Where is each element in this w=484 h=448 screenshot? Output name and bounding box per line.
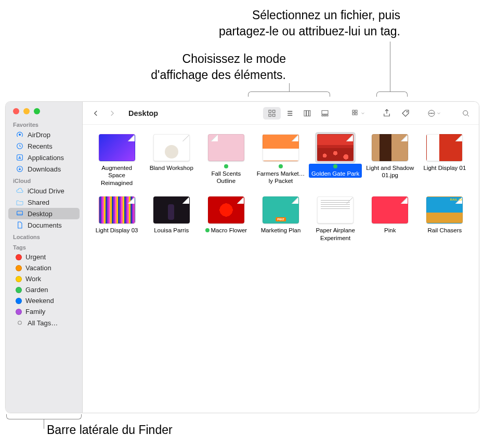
sidebar-item-documents[interactable]: Documents [8, 219, 80, 231]
view-list-button[interactable] [281, 107, 298, 120]
svg-point-28 [463, 110, 468, 115]
file-item[interactable]: Fall Scents Outline [199, 134, 253, 187]
sidebar-tag-item[interactable]: Family [8, 306, 80, 317]
file-label: Augmented Space Reimagined [90, 164, 143, 187]
file-tag-icon [224, 164, 228, 168]
sidebar-tag-item[interactable]: Vacation [8, 262, 80, 273]
file-thumbnail [426, 196, 463, 223]
group-by-button[interactable] [348, 107, 369, 120]
file-item[interactable]: Rail Chasers [418, 196, 472, 242]
sidebar-item-shared[interactable]: Shared [8, 196, 80, 208]
file-item[interactable]: Paper Airplane Experiment [309, 196, 362, 242]
file-item[interactable]: Farmers Market…ly Packet [254, 134, 307, 187]
sidebar-item-airdrop[interactable]: AirDrop [8, 129, 80, 140]
sidebar-item-label: Desktop [28, 210, 53, 218]
callout-line [289, 83, 290, 91]
file-thumbnail [263, 196, 299, 223]
file-label: Rail Chasers [426, 226, 464, 234]
file-item[interactable]: Marketing Plan [254, 196, 307, 242]
sidebar-item-downloads[interactable]: Downloads [8, 163, 80, 175]
all-tags-icon [16, 319, 24, 327]
sidebar-item-label: Weekend [25, 297, 54, 305]
file-label: Bland Workshop [148, 164, 195, 172]
sidebar-item-label: Applications [28, 154, 64, 162]
sidebar-item-all-tags[interactable]: All Tags… [8, 317, 80, 328]
file-item[interactable]: Light Display 01 [418, 134, 472, 187]
file-grid: Augmented Space Reimagined Bland Worksho… [83, 125, 479, 413]
close-window-button[interactable] [13, 108, 19, 114]
file-thumbnail [153, 196, 190, 223]
search-button[interactable] [458, 107, 474, 120]
sidebar-item-label: Shared [28, 199, 49, 206]
file-thumbnail [372, 196, 408, 223]
cloud-icon [16, 187, 24, 195]
file-label: Louisa Parris [152, 226, 191, 234]
sidebar-item-label: Garden [25, 286, 48, 294]
file-label: Golden Gate Park [309, 164, 362, 178]
svg-rect-8 [269, 110, 271, 113]
file-item[interactable]: Golden Gate Park [309, 134, 362, 187]
document-icon [16, 221, 24, 229]
file-item[interactable]: Bland Workshop [145, 134, 198, 187]
view-gallery-button[interactable] [316, 107, 334, 120]
svg-rect-6 [17, 214, 23, 215]
file-tag-icon [333, 164, 337, 168]
sidebar-tag-item[interactable]: Urgent [8, 252, 80, 262]
sidebar-tag-item[interactable]: Garden [8, 284, 80, 295]
view-icon-button[interactable] [263, 107, 281, 120]
tag-button[interactable] [398, 107, 413, 120]
file-label: Farmers Market…ly Packet [254, 164, 307, 186]
shared-folder-icon [16, 198, 24, 206]
file-label: Macro Flower [203, 226, 250, 234]
file-item[interactable]: Pink [363, 196, 417, 242]
more-actions-button[interactable] [424, 107, 444, 120]
share-button[interactable] [379, 107, 395, 120]
svg-rect-11 [273, 114, 276, 116]
sidebar: Favorites AirDrop Recents A Applications… [6, 102, 83, 413]
callout-bracket [248, 91, 330, 97]
sidebar-item-label: Work [25, 275, 41, 283]
file-label: Light Display 01 [422, 164, 468, 172]
file-item[interactable]: Louisa Parris [145, 196, 198, 242]
file-item[interactable]: Light and Shadow 01.jpg [363, 134, 417, 187]
file-item[interactable]: Light Display 03 [90, 196, 143, 242]
annotation-sidebar: Barre latérale du Finder [47, 422, 173, 438]
svg-point-7 [18, 321, 22, 325]
sidebar-tag-item[interactable]: Work [8, 273, 80, 284]
forward-button[interactable] [104, 107, 120, 120]
sidebar-item-recents[interactable]: Recents [8, 140, 80, 152]
svg-point-23 [407, 111, 408, 112]
sidebar-item-desktop[interactable]: Desktop [8, 208, 80, 219]
file-thumbnail [99, 196, 135, 223]
back-button[interactable] [88, 107, 103, 120]
toolbar: Desktop [83, 102, 479, 125]
svg-rect-18 [326, 115, 328, 116]
sidebar-item-applications[interactable]: A Applications [8, 152, 80, 163]
svg-point-25 [429, 113, 430, 114]
sidebar-section-favorites: Favorites [6, 118, 82, 129]
file-thumbnail [208, 196, 244, 223]
sidebar-item-label: Family [25, 308, 45, 315]
sidebar-tag-item[interactable]: Weekend [8, 295, 80, 306]
desktop-icon [16, 209, 24, 218]
minimize-window-button[interactable] [23, 108, 30, 114]
zoom-window-button[interactable] [34, 108, 40, 114]
sidebar-item-label: Documents [28, 221, 62, 229]
file-item[interactable]: Augmented Space Reimagined [90, 134, 143, 187]
svg-rect-20 [355, 110, 357, 112]
sidebar-section-locations: Locations [6, 231, 82, 241]
file-thumbnail [317, 196, 354, 223]
view-mode-segment [263, 107, 334, 120]
sidebar-item-icloud-drive[interactable]: iCloud Drive [8, 185, 80, 196]
svg-point-0 [19, 134, 21, 136]
sidebar-section-tags: Tags [6, 241, 82, 252]
file-label: Marketing Plan [259, 226, 303, 234]
view-column-button[interactable] [298, 107, 316, 120]
svg-rect-14 [309, 110, 310, 116]
sidebar-item-label: All Tags… [28, 319, 58, 327]
main-area: Desktop Augmented Space Reimagined Bland… [83, 102, 479, 413]
svg-rect-21 [352, 113, 355, 115]
file-item[interactable]: Macro Flower [199, 196, 253, 242]
sidebar-item-label: Urgent [25, 253, 46, 261]
file-tag-icon [279, 164, 283, 168]
